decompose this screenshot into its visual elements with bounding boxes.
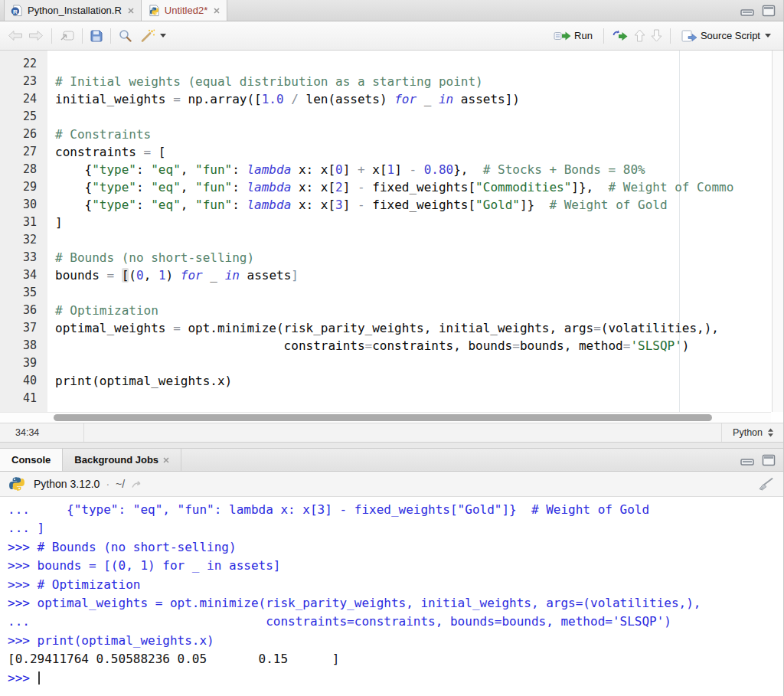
console-line[interactable]: >>> print(optimal_weights.x) (8, 632, 783, 650)
line-number[interactable]: 27 (0, 143, 47, 161)
editor-line[interactable]: 32 (0, 231, 771, 249)
close-icon[interactable] (128, 8, 134, 14)
editor-line[interactable]: 27constraints = [ (0, 143, 771, 161)
line-number[interactable]: 25 (0, 108, 47, 126)
tab-python-installation[interactable]: R Python_Installation.R (4, 0, 142, 21)
line-number[interactable]: 34 (0, 266, 47, 284)
console-line[interactable]: >>> optimal_weights = opt.minimize(risk_… (8, 594, 783, 613)
editor-line[interactable]: 33# Bounds (no short-selling) (0, 249, 771, 266)
line-number[interactable]: 24 (0, 90, 47, 108)
editor-line[interactable]: 37optimal_weights = opt.minimize(risk_pa… (0, 319, 771, 337)
code-text[interactable]: {"type": "eq", "fun": lambda x: x[3] - f… (47, 196, 668, 214)
code-text[interactable]: {"type": "eq", "fun": lambda x: x[0] + x… (47, 161, 645, 178)
code-editor[interactable]: 2223# Initial weights (equal distributio… (0, 51, 783, 423)
minimize-pane-icon[interactable] (740, 455, 755, 466)
code-text[interactable] (47, 355, 55, 372)
editor-line[interactable]: 29 {"type": "eq", "fun": lambda x: x[2] … (0, 178, 771, 196)
clear-console-broom-icon[interactable] (758, 477, 774, 491)
maximize-pane-icon[interactable] (762, 5, 776, 17)
line-number[interactable]: 41 (0, 390, 47, 407)
line-number[interactable]: 22 (0, 55, 47, 73)
search-icon[interactable] (119, 29, 132, 42)
editor-line[interactable]: 38 constraints=constraints, bounds=bound… (0, 337, 771, 355)
code-text[interactable]: # Initial weights (equal distribution as… (47, 73, 483, 90)
editor-line[interactable]: 22 (0, 55, 771, 73)
code-text[interactable]: bounds = [(0, 1) for _ in assets] (47, 266, 299, 284)
editor-line[interactable]: 40print(optimal_weights.x) (0, 372, 771, 390)
code-text[interactable] (47, 108, 55, 126)
editor-line[interactable]: 34bounds = [(0, 1) for _ in assets] (0, 266, 771, 284)
console-output-area[interactable]: ... {"type": "eq", "fun": lambda x: x[3]… (0, 497, 783, 696)
open-in-window-icon[interactable] (60, 30, 74, 41)
tab-background-jobs[interactable]: Background Jobs (63, 449, 181, 471)
editor-vertical-scrollbar[interactable] (772, 51, 783, 412)
editor-line[interactable]: 26# Constraints (0, 126, 771, 143)
console-line[interactable]: >>> bounds = [(0, 1) for _ in assets] (8, 557, 783, 575)
close-icon[interactable] (214, 8, 220, 14)
line-number[interactable]: 40 (0, 372, 47, 390)
console-line[interactable]: ... {"type": "eq", "fun": lambda x: x[3]… (8, 501, 783, 519)
console-line[interactable]: [0.29411764 0.50588236 0.05 0.15 ] (8, 650, 783, 668)
line-number[interactable]: 32 (0, 231, 47, 249)
language-selector[interactable]: Python (721, 423, 783, 442)
code-text[interactable]: # Bounds (no short-selling) (47, 249, 254, 266)
tab-console[interactable]: Console (0, 449, 63, 471)
editor-line[interactable]: 36# Optimization (0, 302, 771, 319)
tab-untitled2[interactable]: Untitled2* (142, 0, 227, 21)
rerun-icon[interactable] (612, 30, 629, 41)
line-number[interactable]: 26 (0, 126, 47, 143)
back-icon[interactable] (8, 30, 23, 41)
line-number[interactable]: 30 (0, 196, 47, 214)
console-line[interactable]: >>> # Optimization (8, 576, 783, 594)
console-line[interactable]: ... ] (8, 519, 783, 538)
minimize-pane-icon[interactable] (740, 5, 755, 16)
code-text[interactable]: constraints=constraints, bounds=bounds, … (47, 337, 689, 355)
code-text[interactable]: constraints = [ (47, 143, 166, 161)
code-text[interactable] (47, 390, 55, 407)
line-number[interactable]: 23 (0, 73, 47, 90)
code-text[interactable] (47, 55, 55, 73)
line-number[interactable]: 33 (0, 249, 47, 266)
editor-line[interactable]: 25 (0, 108, 771, 126)
editor-line[interactable]: 41 (0, 390, 771, 407)
source-next-icon[interactable] (651, 29, 662, 42)
working-directory[interactable]: ~/ (116, 478, 125, 490)
editor-line[interactable]: 39 (0, 355, 771, 372)
code-text[interactable] (47, 284, 55, 302)
editor-line[interactable]: 24initial_weights = np.array([1.0 / len(… (0, 90, 771, 108)
code-text[interactable]: ] (47, 214, 63, 231)
line-number[interactable]: 38 (0, 337, 47, 355)
console-line[interactable]: >>> # Bounds (no short-selling) (8, 538, 783, 557)
source-script-button[interactable]: Source Script (678, 28, 774, 44)
line-number[interactable]: 37 (0, 319, 47, 337)
line-number[interactable]: 39 (0, 355, 47, 372)
console-line[interactable]: >>> (8, 669, 783, 688)
code-text[interactable]: # Optimization (47, 302, 158, 319)
source-prev-icon[interactable] (634, 29, 645, 42)
line-number[interactable]: 29 (0, 178, 47, 196)
line-number[interactable]: 35 (0, 284, 47, 302)
code-tools-button[interactable] (137, 28, 169, 44)
code-text[interactable]: {"type": "eq", "fun": lambda x: x[2] - f… (47, 178, 733, 196)
code-text[interactable]: optimal_weights = opt.minimize(risk_pari… (47, 319, 719, 337)
open-directory-arrow-icon[interactable] (131, 479, 143, 489)
maximize-pane-icon[interactable] (762, 454, 776, 466)
pane-divider[interactable] (0, 443, 783, 449)
code-text[interactable]: print(optimal_weights.x) (47, 372, 232, 390)
forward-icon[interactable] (28, 30, 44, 41)
save-icon[interactable] (90, 30, 103, 42)
close-icon[interactable] (163, 457, 169, 463)
editor-line[interactable]: 30 {"type": "eq", "fun": lambda x: x[3] … (0, 196, 771, 214)
editor-line[interactable]: 28 {"type": "eq", "fun": lambda x: x[0] … (0, 161, 771, 178)
line-number[interactable]: 31 (0, 214, 47, 231)
editor-line[interactable]: 23# Initial weights (equal distribution … (0, 73, 771, 90)
line-number[interactable]: 36 (0, 302, 47, 319)
code-text[interactable] (47, 231, 55, 249)
editor-line[interactable]: 35 (0, 284, 771, 302)
scrollbar-thumb[interactable] (54, 414, 712, 421)
editor-line[interactable]: 31] (0, 214, 771, 231)
code-text[interactable]: # Constraints (47, 126, 151, 143)
editor-horizontal-scrollbar[interactable] (0, 412, 771, 423)
line-number[interactable]: 28 (0, 161, 47, 178)
console-line[interactable]: ... constraints=constraints, bounds=boun… (8, 613, 783, 631)
